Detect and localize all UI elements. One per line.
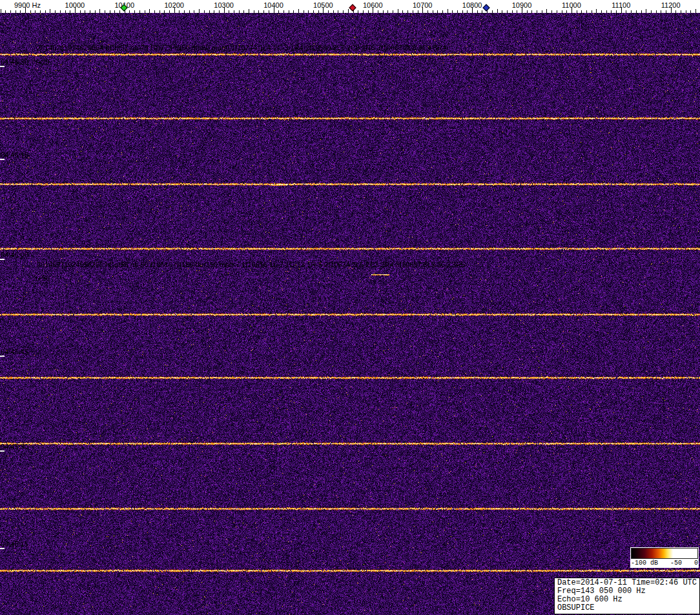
ruler-tick xyxy=(681,10,681,13)
ruler-tick xyxy=(546,9,547,13)
ruler-tick xyxy=(497,9,498,13)
ruler-tick xyxy=(15,10,16,13)
colorbar-gradient xyxy=(631,548,698,559)
ruler-tick xyxy=(219,10,220,13)
ruler-tick xyxy=(50,9,50,13)
station-info-box: Date=2014-07-11 Time=02:46 UTC Freq=143 … xyxy=(554,578,700,614)
ruler-tick xyxy=(304,10,304,13)
frequency-marker-red-icon[interactable] xyxy=(349,4,356,11)
ruler-tick xyxy=(448,9,448,13)
frequency-marker-blue-icon[interactable] xyxy=(482,4,489,11)
ruler-tick xyxy=(45,10,46,13)
ruler-tick xyxy=(531,10,532,13)
ruler-tick xyxy=(70,10,70,13)
ruler-tick xyxy=(577,10,577,13)
ruler-tick xyxy=(10,10,11,13)
ruler-tick xyxy=(258,10,259,13)
colorbar-legend: -100 dB -50 0 xyxy=(630,547,699,568)
ruler-tick xyxy=(398,9,398,13)
ruler-tick-label: 11000 xyxy=(562,1,581,9)
ruler-tick-label: 10000 xyxy=(65,1,85,9)
ruler-tick xyxy=(60,10,61,13)
ruler-tick xyxy=(616,10,617,13)
ruler-tick xyxy=(537,10,537,13)
ruler-tick xyxy=(25,7,26,13)
ruler-tick xyxy=(313,10,314,13)
ruler-tick xyxy=(105,10,105,13)
ruler-tick xyxy=(154,10,155,13)
ruler-tick xyxy=(418,10,418,13)
ruler-tick xyxy=(363,10,364,13)
ruler-tick xyxy=(606,10,607,13)
ruler-tick xyxy=(278,10,279,13)
ruler-tick-label: 11200 xyxy=(661,1,681,9)
ruler-tick xyxy=(641,10,642,13)
ruler-tick xyxy=(318,10,319,13)
ruler-tick xyxy=(512,10,513,13)
ruler-tick-label: 10400 xyxy=(263,1,283,9)
colorbar-mid-label: -50 xyxy=(670,559,682,567)
ruler-tick xyxy=(675,10,676,13)
ruler-tick xyxy=(348,9,349,13)
ruler-tick xyxy=(214,10,214,13)
colorbar-max-label: 0 xyxy=(694,559,698,567)
ruler-tick xyxy=(110,10,110,13)
ruler-tick xyxy=(119,10,120,13)
ruler-tick xyxy=(666,10,666,13)
spectrogram-canvas xyxy=(0,13,700,615)
ruler-tick xyxy=(368,10,369,13)
ruler-tick xyxy=(99,9,100,13)
ruler-tick xyxy=(433,10,433,13)
ruler-tick xyxy=(442,10,443,13)
ruler-tick xyxy=(542,10,542,13)
ruler-tick xyxy=(189,10,190,13)
ruler-tick xyxy=(85,10,85,13)
ruler-tick xyxy=(457,10,458,13)
ruler-tick xyxy=(139,10,140,13)
ruler-tick xyxy=(184,10,185,13)
ruler-tick xyxy=(199,9,200,13)
ruler-tick-label: 10500 xyxy=(313,1,333,9)
ruler-tick xyxy=(343,10,344,13)
ruler-tick xyxy=(254,10,254,13)
ruler-tick xyxy=(492,10,493,13)
ruler-tick xyxy=(239,10,240,13)
ruler-tick xyxy=(149,9,150,13)
ruler-start-label: 9900 Hz xyxy=(14,1,41,9)
ruler-tick xyxy=(358,10,358,13)
ruler-tick xyxy=(596,9,597,13)
ruler-tick xyxy=(209,10,210,13)
ruler-tick xyxy=(507,10,508,13)
ruler-tick xyxy=(586,10,587,13)
ruler-tick xyxy=(160,10,160,13)
ruler-tick xyxy=(527,10,528,13)
ruler-tick xyxy=(229,10,229,13)
ruler-tick-label: 10600 xyxy=(363,1,383,9)
ruler-tick xyxy=(686,10,686,13)
ruler-tick-label: 10900 xyxy=(512,1,532,9)
ruler-tick xyxy=(249,9,249,13)
ruler-tick xyxy=(179,10,180,13)
spectrogram-app: 9900 Hz 10000101001020010300104001050010… xyxy=(0,0,700,615)
ruler-tick xyxy=(204,10,205,13)
ruler-tick xyxy=(467,10,468,13)
ruler-tick xyxy=(517,10,517,13)
ruler-tick xyxy=(95,10,96,13)
ruler-tick xyxy=(462,10,463,13)
frequency-ruler: 9900 Hz 10000101001020010300104001050010… xyxy=(0,0,700,13)
ruler-tick-label: 10800 xyxy=(462,1,482,9)
ruler-tick xyxy=(30,10,31,13)
ruler-tick xyxy=(387,10,388,13)
ruler-tick xyxy=(194,10,194,13)
ruler-tick xyxy=(452,10,453,13)
ruler-tick xyxy=(566,10,567,13)
ruler-tick xyxy=(298,9,299,13)
ruler-tick xyxy=(164,10,165,13)
ruler-tick xyxy=(269,10,269,13)
colorbar-min-label: -100 dB xyxy=(631,559,658,567)
ruler-tick xyxy=(413,10,413,13)
ruler-tick xyxy=(1,9,1,13)
ruler-tick xyxy=(656,10,657,13)
ruler-tick xyxy=(338,10,338,13)
ruler-tick xyxy=(562,10,562,13)
